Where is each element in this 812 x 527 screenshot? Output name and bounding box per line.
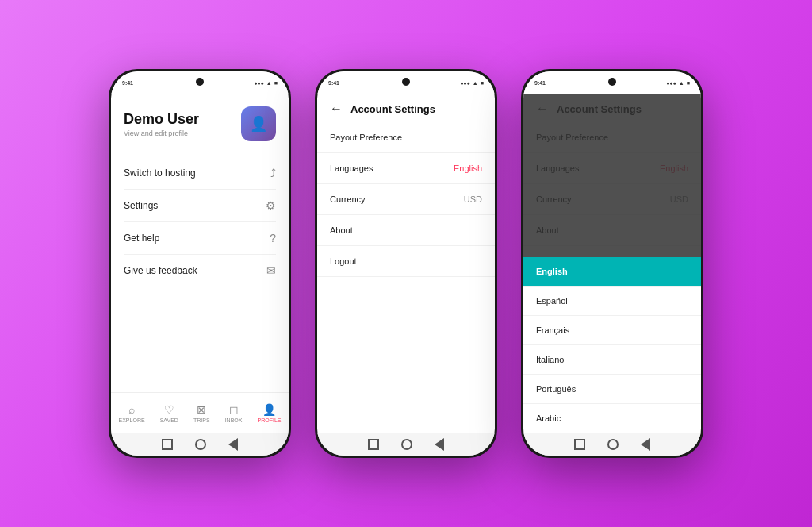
nav-item-trips[interactable]: ⊠ TRIPS	[193, 403, 210, 423]
language-item-francais[interactable]: Français	[523, 316, 701, 345]
status-wifi-1: ▲	[266, 80, 272, 86]
phone-nav-bar-1	[111, 433, 289, 456]
menu-item-feedback[interactable]: Give us feedback ✉	[124, 255, 276, 287]
nav-square-3	[574, 439, 585, 450]
profile-icon: 👤	[262, 403, 276, 416]
phone3-content: ← Account Settings Payout Preference Lan…	[523, 94, 701, 433]
settings-item-currency[interactable]: Currency USD	[317, 184, 495, 215]
phone-nav-bar-3	[523, 433, 701, 456]
explore-icon: ⌕	[128, 403, 135, 416]
languages-value: English	[454, 163, 482, 173]
nav-back-3	[641, 438, 650, 451]
currency-value: USD	[464, 194, 482, 204]
menu-item-switch-hosting[interactable]: Switch to hosting ⤴	[124, 157, 276, 190]
language-picker: English Español Français Italiano Portug…	[523, 257, 701, 433]
feedback-icon: ✉	[266, 264, 276, 277]
saved-icon: ♡	[164, 403, 174, 416]
switch-hosting-icon: ⤴	[270, 167, 276, 179]
trips-icon: ⊠	[197, 403, 206, 416]
settings-item-payout[interactable]: Payout Preference	[317, 122, 495, 153]
settings-list: Payout Preference Languages English Curr…	[317, 122, 495, 433]
menu-item-settings[interactable]: Settings ⚙	[124, 190, 276, 222]
status-signal-1: ●●●	[254, 80, 264, 86]
phone-nav-bar-2	[317, 433, 495, 456]
profile-subtitle: View and edit profile	[124, 129, 199, 137]
nav-square-1	[162, 439, 173, 450]
status-time-1: 9:41	[122, 80, 133, 86]
nav-item-profile[interactable]: 👤 PROFILE	[258, 403, 282, 423]
nav-back-2	[435, 438, 444, 451]
avatar[interactable]: 👤	[241, 106, 276, 141]
phone-notch	[196, 78, 204, 86]
settings-item-about[interactable]: About	[317, 215, 495, 246]
nav-item-explore[interactable]: ⌕ EXPLORE	[119, 403, 145, 423]
nav-circle-1	[195, 439, 206, 450]
profile-header: Demo User View and edit profile 👤	[124, 106, 276, 141]
settings-header: ← Account Settings	[317, 94, 495, 122]
language-item-italiano[interactable]: Italiano	[523, 345, 701, 375]
phone-notch-2	[402, 78, 410, 86]
phone-notch-3	[608, 78, 616, 86]
phone-profile: 9:41 ●●● ▲ ■ Demo User View and edit pro…	[109, 69, 291, 458]
language-item-espanol[interactable]: Español	[523, 287, 701, 316]
nav-item-inbox[interactable]: ◻ INBOX	[225, 403, 243, 423]
settings-title-2: Account Settings	[350, 103, 435, 115]
username: Demo User	[124, 111, 199, 128]
nav-square-2	[368, 439, 379, 450]
profile-content: Demo User View and edit profile 👤 Switch…	[111, 94, 289, 392]
back-button-2[interactable]: ←	[330, 102, 343, 116]
settings-item-logout[interactable]: Logout	[317, 246, 495, 277]
profile-info: Demo User View and edit profile	[124, 111, 199, 137]
help-icon: ?	[270, 232, 276, 244]
language-item-arabic[interactable]: Arabic	[523, 404, 701, 433]
inbox-icon: ◻	[229, 403, 239, 416]
nav-back-1	[228, 438, 238, 451]
settings-icon: ⚙	[266, 199, 276, 212]
nav-item-saved[interactable]: ♡ SAVED	[160, 403, 178, 423]
status-battery-1: ■	[274, 80, 278, 86]
nav-circle-3	[607, 439, 619, 450]
phone-language-picker: 9:41 ●●● ▲ ■ ← Account Settings Payout P…	[521, 69, 703, 458]
nav-circle-2	[401, 439, 412, 450]
language-item-portugues[interactable]: Português	[523, 375, 701, 404]
settings-item-languages[interactable]: Languages English	[317, 153, 495, 184]
language-item-english[interactable]: English	[523, 257, 701, 287]
bottom-nav: ⌕ EXPLORE ♡ SAVED ⊠ TRIPS ◻ INBOX 👤 PROF…	[111, 392, 289, 433]
phone-settings: 9:41 ●●● ▲ ■ ← Account Settings Payout P…	[315, 69, 497, 458]
menu-item-get-help[interactable]: Get help ?	[124, 222, 276, 255]
